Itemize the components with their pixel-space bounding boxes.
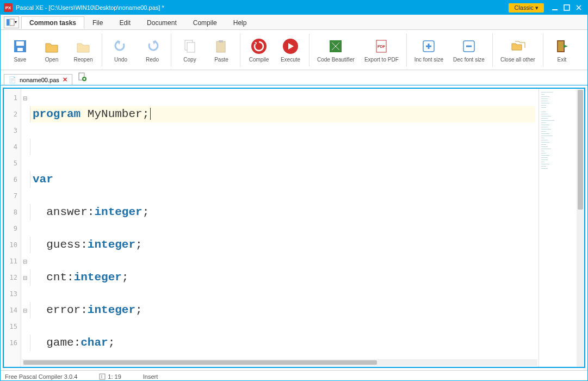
fold-marker[interactable]: ⊟ (21, 90, 29, 106)
line-number-gutter: 12 34 56 78 910 1112 1314 1516 (4, 89, 21, 367)
file-tabs: 📄 noname00.pas ✕ (1, 70, 587, 85)
compile-button[interactable]: Compile (248, 37, 270, 63)
svg-rect-4 (7, 19, 9, 26)
vertical-scrollbar[interactable] (577, 89, 584, 367)
tab-file[interactable]: File (84, 16, 111, 29)
fold-marker[interactable]: ⊟ (21, 253, 29, 269)
svg-rect-1 (564, 5, 570, 10)
copy-button[interactable]: Copy (179, 37, 201, 63)
copy-icon (181, 37, 199, 56)
scrollbar-thumb[interactable] (578, 90, 583, 210)
tab-compile[interactable]: Compile (185, 16, 225, 29)
close-all-icon (509, 37, 527, 56)
dec-font-icon (460, 37, 478, 56)
inc-font-icon (419, 37, 438, 56)
paste-icon (212, 37, 231, 56)
theme-classic-button[interactable]: Classic ▾ (509, 3, 544, 13)
code-area[interactable]: program MyNumber; var answer:integer; gu… (29, 89, 539, 367)
titlebar: PX Pascal XE - [C:\Users\WIN10\Desktop\n… (1, 1, 587, 15)
file-tab-noname00[interactable]: 📄 noname00.pas ✕ (4, 74, 72, 85)
close-all-other-button[interactable]: Close all other (500, 37, 535, 63)
svg-rect-10 (187, 42, 195, 52)
undo-icon (112, 37, 130, 56)
svg-rect-0 (552, 9, 558, 10)
exit-icon (553, 37, 571, 56)
reopen-icon (74, 37, 92, 56)
save-icon (11, 37, 29, 56)
reopen-button[interactable]: Reopen (72, 37, 94, 63)
svg-text:PDF: PDF (377, 45, 386, 48)
file-tab-label: noname00.pas (20, 77, 59, 83)
svg-rect-8 (17, 48, 23, 51)
status-insert-mode: Insert (143, 373, 158, 380)
fold-marker[interactable]: ⊟ (21, 302, 29, 318)
redo-icon (143, 37, 162, 56)
file-tab-close-button[interactable]: ✕ (63, 76, 67, 83)
svg-rect-11 (216, 41, 225, 52)
editor-container: 12 34 56 78 910 1112 1314 1516 ⊟ ⊟ ⊟ ⊟ p… (3, 88, 585, 368)
dec-font-button[interactable]: Dec font size (453, 37, 485, 63)
paste-button[interactable]: Paste (211, 37, 232, 63)
svg-rect-29 (100, 374, 105, 379)
menubar: ▾ Common tasks File Edit Document Compil… (1, 15, 587, 30)
save-button[interactable]: Save (9, 37, 31, 63)
minimap[interactable]: ▬▬▬ ▬▬▬▬▬▬▬▬▬▬▬▬▬▬▬▬▬▬▬▬▬▬▬▬▬▬▬▬▬▬▬▬▬▬▬▬… (539, 89, 577, 367)
status-cursor-position: 1: 19 (99, 373, 121, 380)
close-button[interactable] (573, 2, 584, 13)
tab-edit[interactable]: Edit (111, 16, 139, 29)
execute-icon (281, 37, 300, 56)
tab-common-tasks[interactable]: Common tasks (21, 16, 84, 29)
inc-font-button[interactable]: Inc font size (414, 37, 443, 63)
horizontal-scrollbar[interactable] (22, 359, 537, 366)
export-pdf-button[interactable]: PDF Export to PDF (364, 37, 399, 63)
file-tab-icon: 📄 (9, 76, 16, 83)
tab-document[interactable]: Document (139, 16, 185, 29)
svg-point-13 (251, 39, 267, 54)
new-document-button[interactable] (76, 70, 89, 85)
view-switch-button[interactable]: ▾ (4, 16, 19, 28)
compile-icon (250, 37, 268, 56)
minimize-button[interactable] (549, 2, 560, 13)
execute-button[interactable]: Execute (280, 37, 301, 63)
open-button[interactable]: Open (41, 37, 63, 63)
exit-button[interactable]: Exit (551, 37, 573, 63)
svg-rect-24 (558, 41, 564, 51)
undo-button[interactable]: Undo (110, 37, 132, 63)
maximize-button[interactable] (561, 2, 572, 13)
text-cursor (150, 108, 151, 120)
code-editor[interactable]: 12 34 56 78 910 1112 1314 1516 ⊟ ⊟ ⊟ ⊟ p… (4, 89, 539, 367)
fold-marker[interactable]: ⊟ (21, 269, 29, 286)
status-compiler: Free Pascal Compiler 3.0.4 (5, 373, 77, 380)
svg-rect-12 (219, 40, 223, 42)
svg-rect-7 (16, 41, 24, 46)
window-title: Pascal XE - [C:\Users\WIN10\Desktop\nona… (16, 4, 164, 11)
app-icon: PX (4, 3, 13, 12)
beautifier-icon (326, 37, 345, 56)
redo-button[interactable]: Redo (141, 37, 163, 63)
ribbon: Save Open Reopen Undo Redo Copy Paste (1, 30, 587, 70)
tab-help[interactable]: Help (225, 16, 255, 29)
fold-gutter: ⊟ ⊟ ⊟ ⊟ (21, 89, 29, 367)
pdf-icon: PDF (372, 37, 391, 56)
statusbar: Free Pascal Compiler 3.0.4 1: 19 Insert (1, 370, 587, 381)
open-icon (42, 37, 61, 56)
scrollbar-thumb[interactable] (23, 360, 377, 365)
svg-rect-5 (10, 19, 14, 26)
code-beautifier-button[interactable]: Code Beautifier (317, 37, 355, 63)
